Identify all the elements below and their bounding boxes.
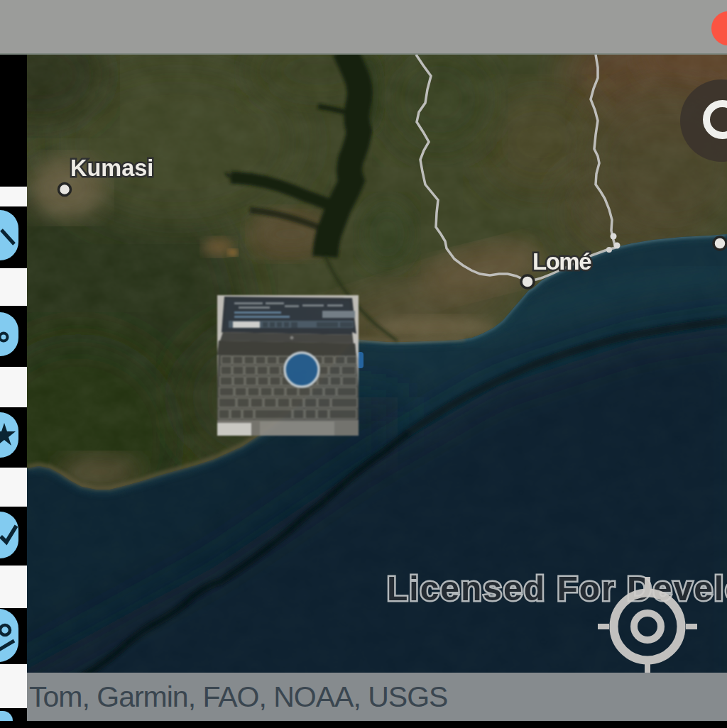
svg-text:Lomé: Lomé xyxy=(532,248,591,275)
svg-text:Kumasi: Kumasi xyxy=(70,155,153,181)
